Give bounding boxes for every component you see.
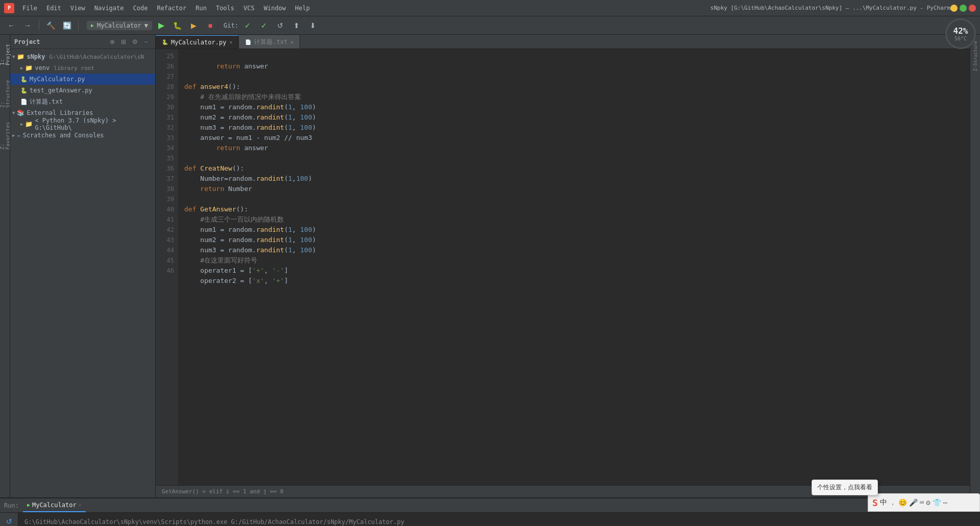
- toolbar-build-btn[interactable]: 🔨: [43, 18, 58, 33]
- python-lib-item[interactable]: ▶ 📁 < Python 3.7 (sNpky) > G:\GitHub\: [10, 118, 155, 130]
- toolbar-sync-btn[interactable]: 🔄: [60, 18, 74, 33]
- project-actions: ⊕ ⊞ ⚙ −: [107, 37, 151, 47]
- code-editor[interactable]: 25 26 27 28 29 30 31 32 33 34 35 36 37 3…: [156, 49, 970, 485]
- ext-libs-label: External Libraries: [27, 109, 93, 116]
- root-chevron-icon: ▼: [12, 54, 15, 59]
- menu-navigate[interactable]: Navigate: [90, 4, 128, 13]
- project-panel-title: Project: [14, 38, 40, 45]
- run-tabs: Run: ▶ MyCalculator ✕ ⚙: [0, 498, 980, 513]
- menu-tools[interactable]: Tools: [212, 4, 238, 13]
- menu-vcs[interactable]: VCS: [239, 4, 259, 13]
- stop-button[interactable]: ■: [203, 18, 217, 33]
- run-tab-mycalculator[interactable]: ▶ MyCalculator ✕: [23, 499, 86, 512]
- ext-chevron-icon: ▼: [12, 110, 15, 115]
- python-lib-icon: 📁: [25, 121, 33, 128]
- run-config-dropdown-icon: ▼: [144, 22, 148, 29]
- project-tree: ▼ 📁 sNpky G:\GitHub\AchaoCalculator\sN ▶…: [10, 49, 155, 497]
- txt-icon: 📄: [20, 99, 28, 105]
- mycalculator-file-item[interactable]: 🐍 MyCalculator.py: [10, 74, 155, 85]
- ime-tooltip[interactable]: 个性设置，点我看看: [812, 480, 878, 495]
- git-revert-btn[interactable]: ↺: [273, 18, 287, 33]
- venv-folder-icon: 📁: [25, 64, 33, 71]
- git-check-btn[interactable]: ✓: [240, 18, 255, 33]
- toolbar-back-btn[interactable]: ←: [4, 18, 18, 33]
- ime-settings-icon[interactable]: ⚙: [926, 498, 930, 507]
- run-output: G:\GitHub\AchaoCalculator\sNpky\venv\Scr…: [18, 513, 980, 526]
- toolbar-sep-1: [39, 20, 39, 31]
- venv-item[interactable]: ▶ 📁 venv library root: [10, 62, 155, 74]
- test-file-item[interactable]: 🐍 test_getAnswer.py: [10, 85, 155, 96]
- ime-punct-icon[interactable]: ，: [889, 498, 896, 507]
- run-tab-icon: ▶: [27, 502, 30, 508]
- ime-emoji-icon[interactable]: 😊: [898, 498, 907, 507]
- ime-keyboard-icon[interactable]: ⌨: [920, 498, 924, 507]
- close-button[interactable]: ✕: [969, 5, 976, 12]
- coverage-button[interactable]: ▶: [187, 18, 201, 33]
- git-push-btn[interactable]: ⬆: [289, 18, 304, 33]
- test-filename: test_getAnswer.py: [30, 87, 92, 94]
- project-root-item[interactable]: ▼ 📁 sNpky G:\GitHub\AchaoCalculator\sN: [10, 51, 155, 62]
- run-config-icon: ▶: [91, 22, 94, 28]
- ime-chinese-label: 中: [880, 498, 887, 507]
- scratches-item[interactable]: ▶ ✏ Scratches and Consoles: [10, 130, 155, 141]
- temp-degrees: 56°C: [954, 36, 967, 41]
- right-sidebar-label[interactable]: Z-Structure: [973, 41, 978, 71]
- window-title: sNpky [G:\GitHub\AchaoCalculator\sNpky] …: [710, 5, 950, 11]
- temp-percent: 42%: [953, 26, 968, 36]
- project-collapse-btn[interactable]: −: [141, 37, 151, 47]
- main-layout: 1: Project 2: Structure Z: Favorites Pro…: [0, 35, 980, 497]
- maximize-button[interactable]: □: [960, 5, 967, 12]
- project-tab[interactable]: 1: Project: [1, 37, 10, 67]
- menu-run[interactable]: Run: [191, 4, 211, 13]
- project-settings-btn[interactable]: ⚙: [130, 37, 140, 47]
- ime-bar: S 中 ， 😊 🎤 ⌨ ⚙ 👕 ⋯: [868, 493, 980, 512]
- tab-mycalculator-label: MyCalculator.py: [171, 39, 226, 46]
- ime-skin-icon[interactable]: 👕: [933, 498, 941, 507]
- root-name: sNpky: [27, 53, 45, 60]
- run-tab-close[interactable]: ✕: [79, 502, 82, 508]
- tab-jisuan[interactable]: 📄 计算题.txt ✕: [239, 35, 300, 49]
- run-restart-btn[interactable]: ↺: [2, 515, 16, 526]
- run-config-name: MyCalculator: [97, 22, 141, 29]
- mycalculator-filename: MyCalculator.py: [30, 76, 85, 83]
- menu-edit[interactable]: Edit: [42, 4, 65, 13]
- git-section: Git: ✓ ✓ ↺ ⬆ ⬇: [224, 18, 320, 33]
- git-merge-btn[interactable]: ✓: [257, 18, 271, 33]
- menu-help[interactable]: Help: [291, 4, 314, 13]
- project-panel: Project ⊕ ⊞ ⚙ − ▼ 📁 sNpky G:\GitHub\Acha…: [10, 35, 156, 497]
- right-sidebar: Z-Structure: [970, 35, 980, 497]
- menu-refactor[interactable]: Refactor: [153, 4, 190, 13]
- venv-name: venv: [35, 64, 50, 71]
- tab-mycalculator[interactable]: 🐍 MyCalculator.py ✕: [156, 35, 239, 49]
- scratches-icon: ✏: [17, 132, 20, 139]
- favorites-tab[interactable]: Z: Favorites: [1, 121, 10, 151]
- toolbar-sep-2: [78, 20, 79, 31]
- code-content[interactable]: return answer def answer4(): # 在先减后除的情况中…: [178, 49, 970, 485]
- menu-file[interactable]: File: [18, 4, 41, 13]
- minimize-button[interactable]: —: [950, 5, 958, 12]
- root-folder-icon: 📁: [17, 53, 24, 60]
- tab-txt-icon: 📄: [245, 39, 251, 45]
- project-add-btn[interactable]: ⊕: [107, 37, 117, 47]
- run-output-path: G:\GitHub\AchaoCalculator\sNpky\venv\Scr…: [24, 517, 974, 526]
- menu-code[interactable]: Code: [129, 4, 152, 13]
- ime-more-icon[interactable]: ⋯: [943, 498, 947, 507]
- debug-button[interactable]: 🐛: [170, 18, 185, 33]
- run-button[interactable]: ▶: [154, 18, 168, 33]
- ime-voice-icon[interactable]: 🎤: [909, 498, 918, 507]
- git-pull-btn[interactable]: ⬇: [306, 18, 320, 33]
- toolbar-forward-btn[interactable]: →: [20, 18, 35, 33]
- run-config-selector[interactable]: ▶ MyCalculator ▼: [87, 21, 152, 30]
- venv-chevron-icon: ▶: [20, 65, 23, 70]
- project-scroll-btn[interactable]: ⊞: [118, 37, 129, 47]
- structure-tab[interactable]: 2: Structure: [1, 79, 10, 109]
- menu-view[interactable]: View: [66, 4, 89, 13]
- breadcrumb-text: GetAnswer() > elif i == 1 and j == 0: [162, 488, 283, 495]
- python-lib-name: < Python 3.7 (sNpky) > G:\GitHub\: [35, 117, 155, 131]
- tab-mycalculator-close[interactable]: ✕: [229, 39, 232, 45]
- txt-file-item[interactable]: 📄 计算题.txt: [10, 96, 155, 107]
- tab-jisuan-close[interactable]: ✕: [290, 39, 293, 45]
- project-header: Project ⊕ ⊞ ⚙ −: [10, 35, 155, 49]
- run-label: Run:: [4, 502, 19, 509]
- menu-window[interactable]: Window: [260, 4, 290, 13]
